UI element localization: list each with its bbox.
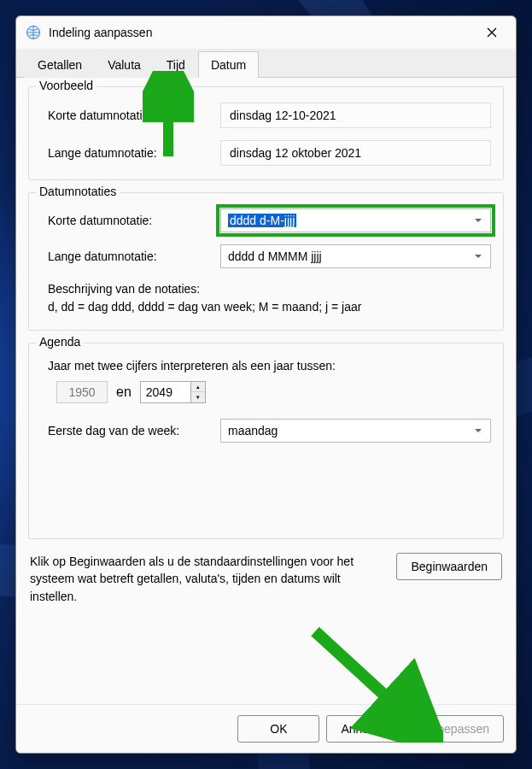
titlebar: Indeling aanpassen [16, 16, 516, 49]
calendar-group: Agenda Jaar met twee cijfers interpreter… [28, 343, 504, 539]
globe-icon [25, 24, 42, 41]
tab-time[interactable]: Tijd [154, 51, 198, 78]
apply-button[interactable]: Toepassen [417, 715, 504, 743]
long-date-example-label: Lange datumnotatie: [41, 146, 220, 160]
formats-legend: Datumnotaties [36, 185, 120, 198]
window-title: Indeling aanpassen [49, 26, 476, 39]
short-date-format-combo[interactable]: dddd d-M-jjjj [220, 208, 491, 232]
dialog-buttons: OK Annuleren Toepassen [16, 704, 516, 753]
year-to-spin-down[interactable]: ▼ [191, 392, 205, 402]
tab-strip: Getallen Valuta Tijd Datum [16, 49, 516, 78]
close-button[interactable] [476, 20, 507, 45]
ok-button[interactable]: OK [237, 715, 319, 743]
cancel-button[interactable]: Annuleren [326, 715, 410, 743]
first-day-combo[interactable]: maandag [220, 419, 491, 443]
formats-desc-title: Beschrijving van de notaties: [48, 280, 491, 298]
long-date-format-combo[interactable]: dddd d MMMM jjjj [220, 244, 491, 268]
reset-button[interactable]: Beginwaarden [396, 553, 502, 580]
long-date-format-label: Lange datumnotatie: [41, 249, 220, 263]
first-day-label: Eerste dag van de week: [41, 424, 220, 437]
short-date-example-label: Korte datumnotatie: [41, 109, 220, 122]
example-group: Voorbeeld Korte datumnotatie: dinsdag 12… [28, 86, 504, 180]
tab-numbers[interactable]: Getallen [25, 51, 95, 78]
year-from-field: 1950 [56, 381, 108, 403]
short-date-format-label: Korte datumnotatie: [41, 214, 220, 227]
formats-group: Datumnotaties Korte datumnotatie: dddd d… [28, 192, 504, 331]
year-and-label: en [116, 384, 132, 400]
short-date-example-value: dinsdag 12-10-2021 [220, 103, 491, 128]
tab-date[interactable]: Datum [198, 51, 259, 78]
customize-format-dialog: Indeling aanpassen Getallen Valuta Tijd … [15, 15, 517, 754]
two-digit-year-label: Jaar met twee cijfers interpreteren als … [41, 359, 491, 373]
year-to-field[interactable] [140, 381, 191, 403]
formats-desc-body: d, dd = dag ddd, dddd = dag van week; M … [48, 298, 491, 316]
tab-currency[interactable]: Valuta [95, 51, 154, 78]
example-legend: Voorbeeld [36, 79, 96, 92]
long-date-example-value: dinsdag 12 oktober 2021 [220, 140, 491, 166]
calendar-legend: Agenda [36, 335, 84, 349]
reset-text: Klik op Beginwaarden als u de standaardi… [30, 553, 384, 605]
reset-section: Klik op Beginwaarden als u de standaardi… [28, 551, 504, 605]
year-to-spin-up[interactable]: ▲ [191, 382, 205, 392]
